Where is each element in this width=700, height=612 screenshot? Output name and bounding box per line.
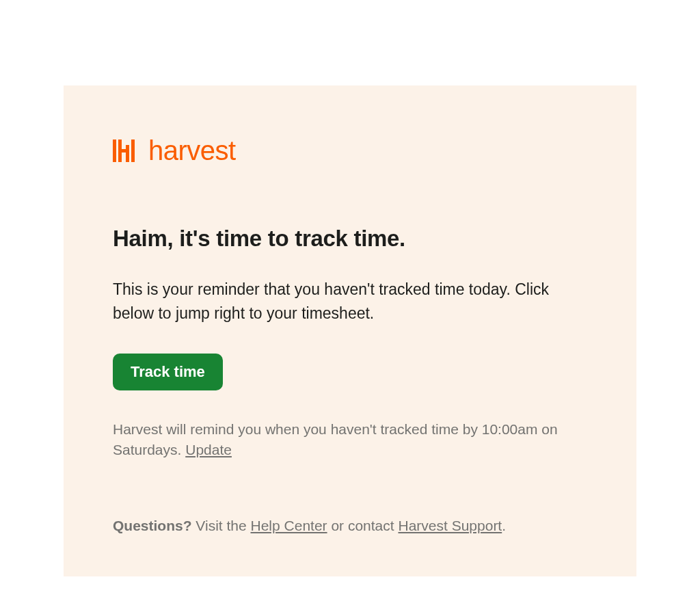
footer-text-after: .	[502, 518, 506, 533]
brand-name: harvest	[148, 137, 236, 164]
help-center-link[interactable]: Help Center	[251, 518, 327, 533]
footer-help-text: Questions? Visit the Help Center or cont…	[113, 516, 587, 535]
footer-text-before-help: Visit the	[192, 518, 251, 533]
reminder-text-before: Harvest will remind you when you haven't…	[113, 421, 558, 457]
update-reminder-link[interactable]: Update	[185, 442, 232, 457]
email-body: This is your reminder that you haven't t…	[113, 278, 587, 325]
footer-text-middle: or contact	[327, 518, 399, 533]
svg-rect-4	[131, 139, 135, 162]
svg-rect-3	[126, 145, 129, 162]
email-heading: Haim, it's time to track time.	[113, 226, 587, 252]
harvest-logo-icon	[113, 139, 140, 162]
email-card: harvest Haim, it's time to track time. T…	[64, 85, 636, 576]
track-time-button[interactable]: Track time	[113, 354, 223, 390]
svg-rect-0	[113, 139, 116, 162]
brand-logo: harvest	[113, 137, 587, 164]
harvest-support-link[interactable]: Harvest Support	[398, 518, 502, 533]
reminder-schedule-text: Harvest will remind you when you haven't…	[113, 419, 587, 461]
questions-label: Questions?	[113, 518, 192, 533]
